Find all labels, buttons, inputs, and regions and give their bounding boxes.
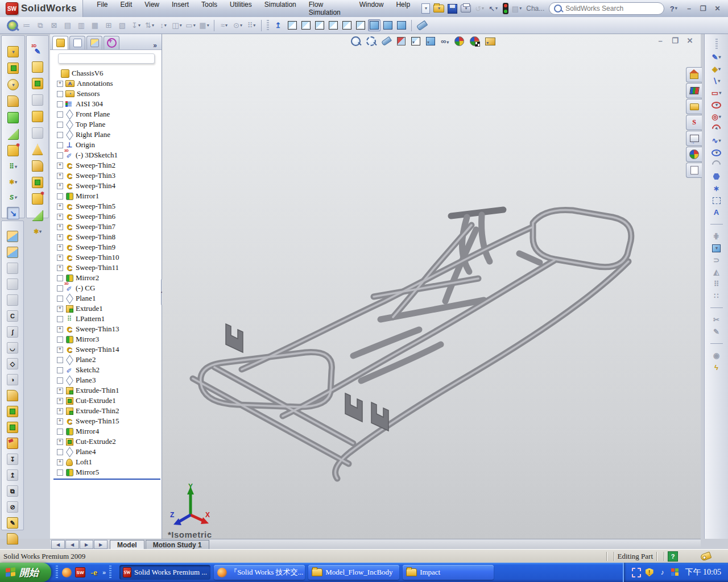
edit-sheet-icon[interactable]: ⊠ <box>48 19 60 32</box>
options-list-icon[interactable]: ▤ <box>512 3 522 14</box>
extruded-boss-icon[interactable] <box>7 45 19 58</box>
tree-item[interactable]: Right Plane <box>52 130 162 140</box>
no-entry-gray-icon[interactable]: ⊘ <box>6 501 19 513</box>
dome2-gray-icon[interactable]: ◡ <box>6 342 19 354</box>
tree-filter-input[interactable] <box>58 53 155 64</box>
tab-propertymanager[interactable] <box>69 36 85 49</box>
expand-icon[interactable] <box>57 91 63 97</box>
sheet-metal-bend-icon[interactable] <box>7 95 19 107</box>
dome-gray-icon[interactable] <box>6 262 19 275</box>
keys-icon[interactable]: ⇅ <box>143 19 156 32</box>
expand-icon[interactable] <box>57 122 63 128</box>
draft-wedge-icon[interactable] <box>7 128 19 140</box>
printer-gray-icon[interactable]: ▦ <box>89 19 101 32</box>
solidworks-launcher-icon[interactable]: SW <box>75 567 85 577</box>
cut-surface-icon[interactable] <box>6 405 19 418</box>
menu-window[interactable]: Window <box>354 0 390 19</box>
disabled-plane-icon[interactable] <box>31 94 44 106</box>
linear-pattern-icon[interactable]: ⠿ <box>7 161 19 172</box>
menu-edit[interactable]: Edit <box>115 0 138 19</box>
tree-item[interactable]: Plane4 <box>52 447 162 457</box>
freeform-gray-icon[interactable] <box>6 294 19 306</box>
tree-item[interactable]: AISI 304 <box>52 99 162 109</box>
sketch-icon[interactable]: ✎ <box>712 52 721 62</box>
boss-base-icon[interactable] <box>31 110 44 123</box>
tree-item[interactable]: + Sweep-Thin3 <box>52 171 162 181</box>
expand-icon[interactable] <box>57 101 63 107</box>
menu-tools[interactable]: Tools <box>196 0 223 19</box>
quick-snaps-icon[interactable]: ϟ <box>712 363 721 372</box>
expand-icon[interactable]: + <box>57 439 63 445</box>
expand-icon[interactable] <box>57 336 63 343</box>
tree-item[interactable]: + Sweep-Thin5 <box>52 201 162 211</box>
smart-dimension-icon[interactable]: ◈ <box>712 64 721 74</box>
expand-icon[interactable] <box>57 275 63 281</box>
expand-icon[interactable]: + <box>57 173 63 179</box>
linear-sketch-pattern-icon[interactable]: ⠿ <box>712 279 721 289</box>
tree-item[interactable]: + Cut-Extrude2 <box>52 436 162 447</box>
expand-icon[interactable] <box>57 193 63 199</box>
tree-item[interactable]: + Loft1 <box>52 457 162 467</box>
internet-explorer-icon[interactable]: -e <box>89 567 99 577</box>
custom-properties-icon[interactable] <box>686 163 702 178</box>
volume-icon[interactable]: ♪ <box>658 568 667 577</box>
tree-item[interactable]: + Cut-Extrude1 <box>52 396 162 406</box>
rollback-bar[interactable] <box>53 479 160 480</box>
front-view-icon[interactable] <box>286 19 299 31</box>
tab-nav-icon[interactable]: ▶ <box>80 540 93 549</box>
expand-icon[interactable]: + <box>57 388 63 394</box>
help-icon[interactable]: ? <box>669 3 679 14</box>
tab-motion-study-1[interactable]: Motion Study 1 <box>146 540 209 550</box>
open-icon[interactable] <box>432 3 445 14</box>
rectangle-icon[interactable]: ▭ <box>712 88 721 98</box>
ellipse-icon[interactable] <box>712 148 721 157</box>
design-library-icon[interactable] <box>686 83 702 98</box>
split-sphere-gray-icon[interactable]: ◑ <box>6 373 19 386</box>
measure-icon[interactable]: ↘ <box>7 207 19 219</box>
tree-item[interactable]: + Sweep-Thin7 <box>52 222 162 232</box>
circle-icon[interactable]: ◎ <box>712 112 721 122</box>
tree-item[interactable]: Sensors <box>52 89 162 99</box>
dimetric-view-icon[interactable] <box>395 19 408 31</box>
extruded-cut-icon[interactable] <box>7 62 19 74</box>
expand-icon[interactable]: + <box>57 183 63 189</box>
flex-icon[interactable] <box>6 230 19 243</box>
expand-icon[interactable] <box>57 142 63 148</box>
sketch-fillet-icon[interactable] <box>712 160 721 169</box>
reference-geometry-2-icon[interactable]: ✱ <box>32 226 43 237</box>
combine-gray-icon[interactable]: ⧉ <box>6 485 19 497</box>
tree-item[interactable]: LPattern1 <box>52 314 162 324</box>
firefox-icon[interactable] <box>61 567 72 577</box>
extend-entities-icon[interactable]: ✎ <box>712 327 721 336</box>
base-flange-icon[interactable] <box>6 533 19 545</box>
move-face-up-icon[interactable]: ↥ <box>6 469 19 481</box>
wrap-icon[interactable] <box>7 144 19 157</box>
expand-icon[interactable] <box>57 469 63 476</box>
tree-item[interactable]: Plane3 <box>52 375 162 385</box>
mirror-entities-icon[interactable]: ⋕ <box>712 231 721 241</box>
expand-icon[interactable] <box>57 316 63 322</box>
menu-help[interactable]: Help <box>390 0 416 19</box>
copy-icon[interactable]: ⧉ <box>34 19 47 32</box>
file-explorer-icon[interactable] <box>686 99 702 114</box>
print-icon[interactable] <box>460 3 472 14</box>
solidworks-resources-icon[interactable] <box>686 67 702 82</box>
tree-item[interactable]: + Sweep-Thin11 <box>52 263 162 273</box>
instant3d-icon[interactable]: ◉ <box>712 351 721 360</box>
top-view-icon[interactable] <box>341 19 353 31</box>
polygon-icon[interactable] <box>713 172 720 181</box>
replace-face-icon[interactable] <box>6 421 19 434</box>
line-icon[interactable]: ∖ <box>712 76 721 86</box>
3d-sketch-icon[interactable]: ✎ <box>32 45 43 57</box>
menu-simulation[interactable]: Simulation <box>259 0 302 19</box>
expand-icon[interactable] <box>57 296 63 302</box>
tree-item[interactable]: Mirror1 <box>52 191 162 201</box>
close-icon[interactable]: ✕ <box>712 3 723 14</box>
bottom-view-icon[interactable] <box>354 19 367 31</box>
expand-icon[interactable]: + <box>57 163 63 169</box>
move-face-down-icon[interactable]: ↧ <box>6 453 19 465</box>
left-view-icon[interactable] <box>313 19 326 31</box>
shell-icon[interactable] <box>7 111 19 124</box>
task-solidworks-premium[interactable]: SW Solid Works Premium ... <box>119 565 210 580</box>
expand-icon[interactable]: + <box>57 265 63 271</box>
